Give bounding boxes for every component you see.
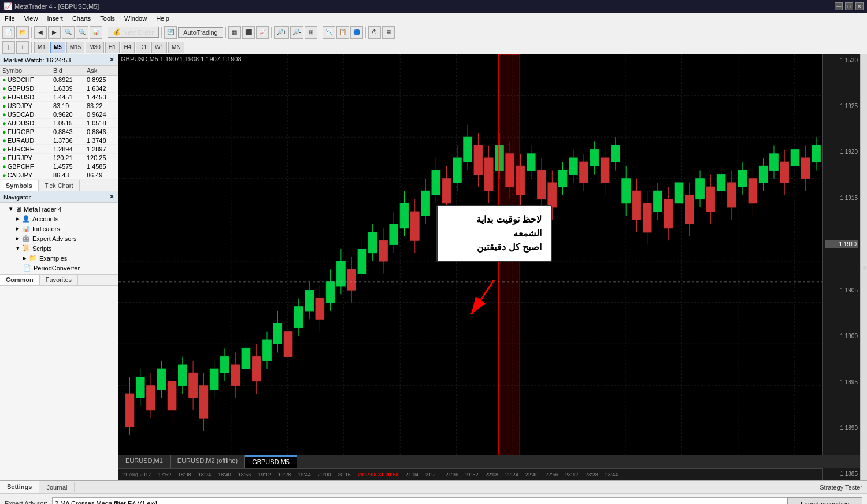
annotation-box: لاحظ توقيت بداية الشمعه اصبح كل دقيقتين [436,205,552,262]
menu-bar: File View Insert Charts Tools Window Hel… [0,13,867,24]
time-label-7: 19:12 [254,472,275,477]
price-1895: 1.1895 [825,379,858,386]
expert-properties-button[interactable]: Expert properties [787,497,862,504]
nav-tab-common[interactable]: Common [0,275,40,285]
mw-ask: 83.22 [84,102,118,110]
chart-tab-eurusd-m1[interactable]: EURUSD,M1 [118,455,171,468]
market-watch-row[interactable]: ●EURGBP 0.8843 0.8846 [0,128,118,136]
new-order-button[interactable]: 💰 New Order [108,27,159,38]
market-watch-row[interactable]: ●GBPUSD 1.6339 1.6342 [0,84,118,93]
grid-button[interactable]: ⊞ [305,26,317,39]
mw-ask: 1.3748 [84,136,118,145]
market-watch-row[interactable]: ●USDCHF 0.8921 0.8925 [0,76,118,84]
minimize-button[interactable]: — [835,2,843,10]
nav-item-indicators[interactable]: ▸ 📊 Indicators [0,224,118,234]
crosshair-tool[interactable]: + [16,41,29,54]
menu-help[interactable]: Help [151,14,174,23]
close-button[interactable]: ✕ [855,2,864,10]
time-label-13: 21:20 [422,472,442,477]
market-watch-row[interactable]: ●EURAUD 1.3736 1.3748 [0,136,118,145]
tf-d1[interactable]: D1 [136,42,150,53]
forward-button[interactable]: ▶ [48,26,61,39]
toolbar-separator-1 [31,27,32,38]
market-watch-row[interactable]: ●EURCHF 1.2894 1.2897 [0,145,118,154]
new-chart-button[interactable]: 📄 [2,26,15,39]
market-watch-row[interactable]: ●CADJPY 86.43 86.49 [0,171,118,180]
terminal-button[interactable]: 🖥 [382,26,395,39]
market-watch-row[interactable]: ●USDCAD 0.9620 0.9624 [0,110,118,119]
mw-bid: 0.8921 [51,76,84,84]
zoom-in-button[interactable]: 🔍 [62,26,75,39]
menu-file[interactable]: File [0,14,20,23]
mw-symbol: ●EURAUD [0,136,51,145]
mw-symbol: ●AUDUSD [0,119,51,128]
chart-properties-button[interactable]: 📊 [90,26,102,39]
time-label-22: 23:44 [602,472,622,477]
tf-m1[interactable]: M1 [34,42,49,53]
market-watch-row[interactable]: ●EURJPY 120.21 120.25 [0,154,118,162]
navigator-tree: ▾ 🖥 MetaTrader 4 ▸ 👤 Accounts ▸ 📊 Indica… [0,203,118,274]
templates-button[interactable]: 📋 [336,26,349,39]
chart-tab-gbpusd-m5[interactable]: GBPUSD,M5 [245,455,297,468]
nav-item-expert-advisors[interactable]: ▸ 🤖 Expert Advisors [0,234,118,243]
menu-tools[interactable]: Tools [95,14,120,23]
autotrading-icon[interactable]: 🔄 [164,26,177,39]
time-label-8: 19:28 [275,472,295,477]
market-watch-row[interactable]: ●AUDUSD 1.0515 1.0518 [0,119,118,128]
zoom-out-2-button[interactable]: 🔎- [290,26,303,39]
menu-view[interactable]: View [20,14,43,23]
bar-chart-button[interactable]: ▦ [228,26,241,39]
ea-input[interactable] [52,497,847,504]
mw-dot-icon: ● [2,137,6,144]
objects-button[interactable]: 🔵 [350,26,363,39]
menu-insert[interactable]: Insert [42,14,68,23]
tf-mn[interactable]: MN [168,42,184,53]
nav-item-examples[interactable]: ▸ 📁 Examples [0,253,118,263]
nav-item-scripts[interactable]: ▾ 📜 Scripts [0,243,118,253]
nav-tab-favorites[interactable]: Favorites [40,275,78,285]
tf-h4[interactable]: H4 [121,42,135,53]
zoom-out-button[interactable]: 🔍 [76,26,88,39]
tf-h1[interactable]: H1 [105,42,120,53]
market-watch-row[interactable]: ●EURUSD 1.4451 1.4453 [0,93,118,102]
chart-info: GBPUSD,M5 1.19071.1908 1.1907 1.1908 [121,55,242,62]
zoom-in-2-button[interactable]: 🔎+ [274,26,289,39]
line-chart-button[interactable]: 📈 [256,26,269,39]
mw-tab-symbols[interactable]: Symbols [0,180,39,191]
mw-dot-icon: ● [2,102,6,109]
tf-m5[interactable]: M5 [50,42,65,53]
candle-chart-button[interactable]: ⬛ [242,26,255,39]
time-label-17: 22:24 [502,472,522,477]
period-sep-button[interactable]: ⏱ [368,26,381,39]
menu-charts[interactable]: Charts [68,14,95,23]
mw-tab-tick[interactable]: Tick Chart [39,180,80,191]
back-button[interactable]: ◀ [34,26,47,39]
side-toggle[interactable]: ◀ [860,54,867,480]
market-watch-close[interactable]: ✕ [109,56,114,64]
time-label-1: 21 Aug 2017 [118,472,155,477]
nav-item-metatrader4[interactable]: ▾ 🖥 MetaTrader 4 [0,204,118,214]
mw-symbol: ●GBPUSD [0,84,51,93]
bottom-tab-settings[interactable]: Settings [0,481,39,493]
autotrading-button[interactable]: AutoTrading [178,27,223,38]
menu-window[interactable]: Window [120,14,151,23]
market-watch-row[interactable]: ●GBPCHF 1.4575 1.4585 [0,162,118,171]
tf-m15[interactable]: M15 [66,42,84,53]
market-watch-row[interactable]: ●USDJPY 83.19 83.22 [0,102,118,110]
indicator-button[interactable]: 📉 [323,26,335,39]
chart-tab-eurusd-m2[interactable]: EURUSD,M2 (offline) [171,455,245,468]
bottom-tab-journal[interactable]: Journal [39,482,75,492]
maximize-button[interactable]: □ [845,2,853,10]
tf-w1[interactable]: W1 [151,42,167,53]
mw-dot-icon: ● [2,172,6,179]
time-label-19: 22:56 [542,472,562,477]
tf-m30[interactable]: M30 [86,42,103,53]
mw-ask: 0.9624 [84,110,118,119]
title-bar-controls[interactable]: — □ ✕ [835,2,864,10]
nav-item-accounts[interactable]: ▸ 👤 Accounts [0,214,118,224]
nav-item-period-converter[interactable]: 📄 PeriodConverter [0,263,118,273]
line-tool[interactable]: | [2,41,15,54]
navigator-close[interactable]: ✕ [109,193,114,201]
time-label-11: 20:16 [334,472,354,477]
open-button[interactable]: 📂 [16,26,29,39]
